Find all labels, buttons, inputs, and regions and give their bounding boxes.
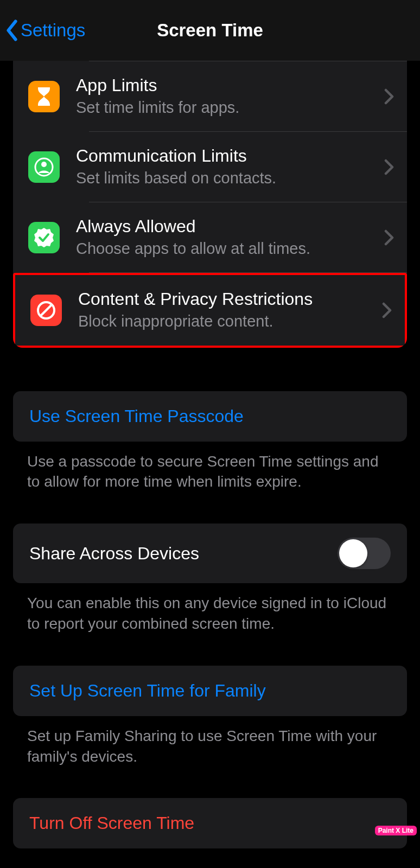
chevron-right-icon	[382, 302, 392, 318]
row-subtitle: Set limits based on contacts.	[76, 168, 380, 189]
row-content-privacy-restrictions[interactable]: Content & Privacy Restrictions Block ina…	[15, 275, 405, 345]
share-label: Share Across Devices	[29, 544, 199, 564]
row-subtitle: Set time limits for apps.	[76, 97, 380, 118]
row-title: Communication Limits	[76, 145, 380, 167]
settings-group-limits: App Limits Set time limits for apps. Com…	[13, 61, 407, 348]
row-subtitle: Choose apps to allow at all times.	[76, 238, 380, 259]
contact-circle-icon	[28, 151, 60, 183]
family-footer: Set up Family Sharing to use Screen Time…	[0, 716, 420, 767]
back-label: Settings	[21, 20, 85, 41]
chevron-right-icon	[384, 88, 394, 105]
row-title: Content & Privacy Restrictions	[78, 288, 378, 310]
chevron-right-icon	[384, 159, 394, 175]
row-app-limits[interactable]: App Limits Set time limits for apps.	[13, 61, 407, 131]
row-subtitle: Block inappropriate content.	[78, 311, 378, 332]
row-title: Always Allowed	[76, 215, 380, 237]
row-title: App Limits	[76, 74, 380, 96]
share-footer: You can enable this on any device signed…	[0, 583, 420, 634]
row-always-allowed[interactable]: Always Allowed Choose apps to allow at a…	[13, 202, 407, 272]
no-entry-icon	[30, 295, 62, 326]
navigation-bar: Settings Screen Time	[0, 0, 420, 61]
action-label: Turn Off Screen Time	[29, 813, 194, 833]
turn-off-screen-time-button[interactable]: Turn Off Screen Time	[13, 798, 407, 848]
share-toggle[interactable]	[338, 538, 391, 569]
set-up-family-button[interactable]: Set Up Screen Time for Family	[13, 666, 407, 716]
toggle-knob	[339, 539, 367, 567]
row-communication-limits[interactable]: Communication Limits Set limits based on…	[13, 132, 407, 202]
row-share-across-devices: Share Across Devices	[13, 524, 407, 583]
highlight-annotation: Content & Privacy Restrictions Block ina…	[13, 273, 407, 347]
watermark-badge: Paint X Lite	[375, 826, 417, 835]
chevron-right-icon	[384, 229, 394, 246]
svg-point-1	[41, 162, 47, 167]
use-screen-time-passcode-button[interactable]: Use Screen Time Passcode	[13, 391, 407, 442]
action-label: Set Up Screen Time for Family	[29, 681, 266, 700]
hourglass-icon	[28, 81, 60, 112]
page-title: Screen Time	[157, 20, 263, 41]
back-button[interactable]: Settings	[0, 20, 85, 41]
chevron-left-icon	[4, 20, 20, 41]
action-label: Use Screen Time Passcode	[29, 406, 244, 426]
passcode-footer: Use a passcode to secure Screen Time set…	[0, 442, 420, 493]
checkmark-seal-icon	[28, 222, 60, 253]
svg-line-3	[41, 305, 52, 316]
